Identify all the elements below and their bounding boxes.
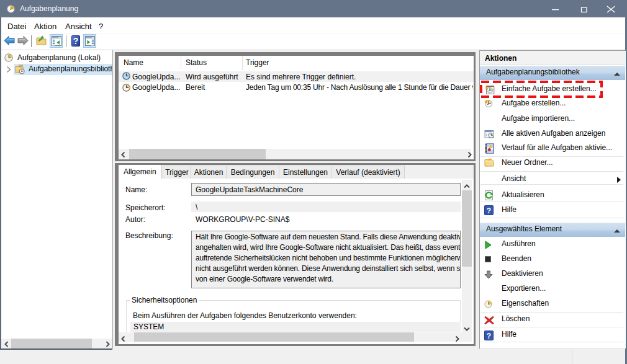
svg-text:?: ? xyxy=(487,206,491,215)
svg-text:?: ? xyxy=(73,36,79,46)
svg-text:?: ? xyxy=(487,332,491,340)
